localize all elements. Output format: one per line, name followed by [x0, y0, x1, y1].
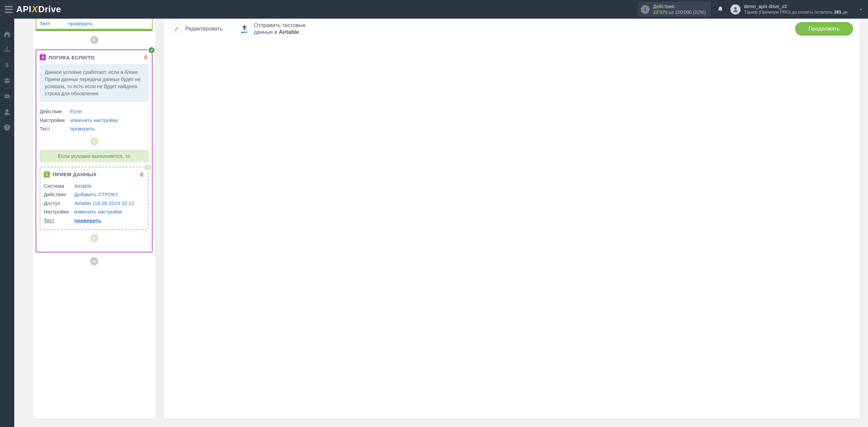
usage-counter[interactable]: i Действия: 22'079 из 100'000 (22%): [638, 2, 711, 17]
user-name: demo_apix-drive_s3: [744, 4, 848, 10]
usage-of: из: [669, 9, 673, 15]
logo-drive-text: Drive: [38, 4, 61, 14]
menu-toggle-button[interactable]: [5, 6, 13, 13]
chevron-down-icon[interactable]: [859, 7, 863, 12]
avatar-icon: [730, 4, 741, 15]
logo-x-text: X: [32, 4, 38, 14]
user-menu[interactable]: demo_apix-drive_s3 Тариф |Премиум PRO| д…: [730, 4, 863, 15]
brand-logo: APIXDrive: [16, 4, 61, 15]
usage-label: Действия:: [653, 4, 706, 9]
usage-limit: 100'000: [675, 9, 692, 15]
usage-pct: (22%): [693, 9, 706, 15]
usage-used: 22'079: [653, 9, 667, 15]
user-plan: Тариф |Премиум PRO| до оплаты осталось 2…: [744, 9, 848, 15]
logo-api-text: API: [16, 4, 32, 14]
bell-icon[interactable]: [717, 6, 724, 13]
info-icon: i: [641, 5, 650, 14]
svg-point-0: [734, 7, 737, 9]
